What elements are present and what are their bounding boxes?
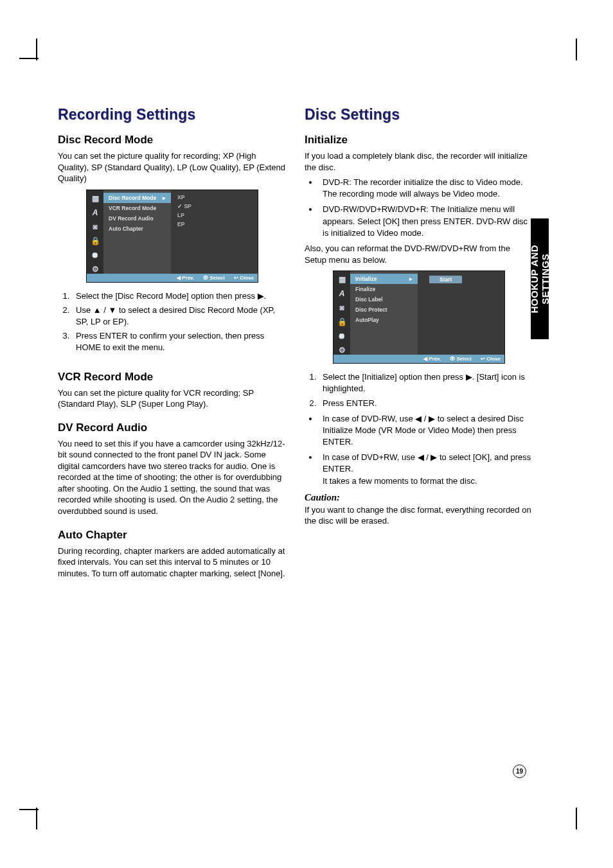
osd-icon-strip: ▦ A ◙ 🔒 ⏺ ⚙ bbox=[87, 190, 103, 274]
crop-mark bbox=[576, 808, 577, 829]
vcr-record-mode-heading: VCR Record Mode bbox=[58, 371, 287, 384]
caution-text: If you want to change the disc format, e… bbox=[305, 504, 533, 527]
osd-options: Start bbox=[418, 271, 504, 355]
osd-menu-item: Disc Label bbox=[350, 294, 418, 305]
osd-menu-item: Disc Record Mode▸ bbox=[103, 193, 171, 203]
osd-option: XP bbox=[171, 193, 258, 202]
osd-menu-item: Auto Chapter bbox=[103, 224, 171, 234]
auto-chapter-desc: During recording, chapter markers are ad… bbox=[58, 545, 287, 580]
disc-icon: ◙ bbox=[337, 303, 347, 312]
osd-icon-strip: ▦ A ◙ 🔒 ⏺ ⚙ bbox=[333, 271, 350, 355]
disc-record-mode-desc: You can set the picture quality for reco… bbox=[58, 150, 287, 184]
section-tab: HOOKUP AND SETTINGS bbox=[531, 218, 549, 339]
dv-record-audio-desc: You need to set this if you have a camco… bbox=[58, 438, 287, 517]
osd-select: ⦿ Select bbox=[203, 275, 225, 281]
lock-icon: 🔒 bbox=[91, 236, 100, 245]
disc-icon: ◙ bbox=[91, 222, 100, 231]
section-tab-line2: SETTINGS bbox=[540, 254, 551, 305]
bullet-text-extra: It takes a few moments to format the dis… bbox=[323, 476, 477, 486]
recording-settings-title: Recording Settings bbox=[58, 106, 287, 123]
osd-recording: ▦ A ◙ 🔒 ⏺ ⚙ Disc Record Mode▸ VCR Record… bbox=[86, 190, 258, 283]
step: Press ENTER. bbox=[319, 398, 533, 409]
crop-mark bbox=[19, 58, 39, 59]
osd-prev: ◀ Prev. bbox=[423, 356, 441, 362]
column-right: Disc Settings Initialize If you load a c… bbox=[305, 106, 533, 583]
disc-record-mode-steps: Select the [Disc Record Mode] option the… bbox=[58, 290, 287, 354]
page-number: 19 bbox=[513, 765, 526, 778]
osd-menu-item: DV Record Audio bbox=[103, 213, 171, 224]
osd-prev: ◀ Prev. bbox=[177, 275, 194, 281]
column-left: Recording Settings Disc Record Mode You … bbox=[58, 106, 287, 583]
osd-options: XP SP LP EP bbox=[171, 190, 258, 274]
initialize-heading: Initialize bbox=[305, 134, 533, 146]
letter-a-icon: A bbox=[91, 208, 100, 217]
auto-chapter-heading: Auto Chapter bbox=[58, 529, 287, 542]
osd-footer: ◀ Prev. ⦿ Select ↩ Close bbox=[87, 274, 258, 282]
bullet: In case of DVD-RW, use ◀ / ▶ to select a… bbox=[319, 413, 533, 448]
disc-record-mode-heading: Disc Record Mode bbox=[58, 134, 287, 146]
osd-option: LP bbox=[171, 211, 258, 220]
osd-option: EP bbox=[171, 220, 258, 229]
osd-menu-item: VCR Record Mode bbox=[103, 203, 171, 213]
disc-settings-title: Disc Settings bbox=[305, 106, 533, 123]
rec-icon: ⏺ bbox=[91, 251, 100, 260]
osd-footer: ◀ Prev. ⦿ Select ↩ Close bbox=[333, 355, 504, 363]
osd-disc: ▦ A ◙ 🔒 ⏺ ⚙ Initialize▸ Finalize Disc La… bbox=[333, 270, 505, 364]
osd-menu-item: Finalize bbox=[350, 284, 418, 294]
crop-mark bbox=[36, 39, 37, 60]
step: Select the [Initialize] option then pres… bbox=[319, 371, 533, 394]
step: Press ENTER to confirm your selection, t… bbox=[72, 330, 287, 353]
initialize-desc-2: Also, you can reformat the DVD-RW/DVD+RW… bbox=[305, 243, 533, 265]
crop-mark bbox=[576, 39, 577, 60]
osd-start-button: Start bbox=[429, 276, 462, 283]
initialize-desc: If you load a completely blank disc, the… bbox=[305, 150, 533, 173]
lock-icon: 🔒 bbox=[337, 317, 347, 326]
osd-menu-item: Initialize▸ bbox=[350, 274, 418, 284]
osd-select: ⦿ Select bbox=[450, 356, 472, 362]
caution-heading: Caution: bbox=[305, 492, 533, 503]
step: Use ▲ / ▼ to select a desired Disc Recor… bbox=[72, 305, 287, 328]
gear-icon: ⚙ bbox=[91, 265, 100, 274]
tv-icon: ▦ bbox=[91, 194, 100, 203]
osd-menu-list: Initialize▸ Finalize Disc Label Disc Pro… bbox=[350, 271, 418, 355]
osd-close: ↩ Close bbox=[481, 356, 501, 362]
vcr-record-mode-desc: You can set the picture quality for VCR … bbox=[58, 387, 287, 410]
osd-menu-item: AutoPlay bbox=[350, 315, 418, 325]
page: HOOKUP AND SETTINGS Recording Settings D… bbox=[0, 0, 613, 868]
gear-icon: ⚙ bbox=[337, 346, 347, 355]
dv-record-audio-heading: DV Record Audio bbox=[58, 421, 287, 434]
bullet: DVD-RW/DVD+RW/DVD+R: The Initialize menu… bbox=[319, 204, 533, 239]
tv-icon: ▦ bbox=[337, 275, 347, 284]
bullet: In case of DVD+RW, use ◀ / ▶ to select [… bbox=[319, 452, 533, 487]
step: Select the [Disc Record Mode] option the… bbox=[72, 290, 287, 302]
initialize-steps: Select the [Initialize] option then pres… bbox=[305, 371, 533, 409]
bullet-text: In case of DVD+RW, use ◀ / ▶ to select [… bbox=[323, 452, 531, 474]
bullet: DVD-R: The recorder initialize the disc … bbox=[319, 177, 533, 200]
crop-mark bbox=[36, 808, 37, 829]
osd-close: ↩ Close bbox=[234, 275, 254, 281]
osd-menu-item: Disc Protect bbox=[350, 305, 418, 315]
crop-mark bbox=[19, 809, 39, 810]
content-area: Recording Settings Disc Record Mode You … bbox=[58, 106, 533, 583]
osd-menu-list: Disc Record Mode▸ VCR Record Mode DV Rec… bbox=[103, 190, 171, 274]
rec-icon: ⏺ bbox=[337, 332, 347, 341]
letter-a-icon: A bbox=[337, 289, 347, 298]
initialize-bullets-2: In case of DVD-RW, use ◀ / ▶ to select a… bbox=[305, 413, 533, 487]
initialize-bullets-1: DVD-R: The recorder initialize the disc … bbox=[305, 177, 533, 239]
osd-option-selected: SP bbox=[171, 202, 258, 211]
